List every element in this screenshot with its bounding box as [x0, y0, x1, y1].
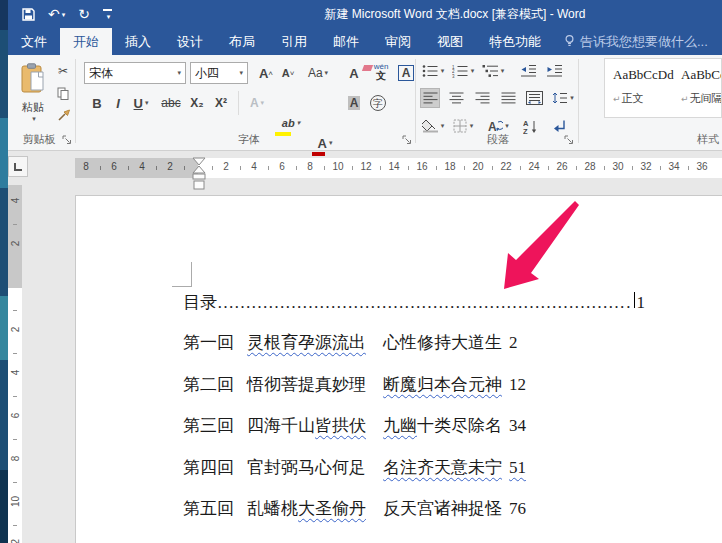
- indent-markers[interactable]: [191, 157, 207, 195]
- highlight-color-button[interactable]: ab▾: [276, 113, 306, 133]
- shrink-font-button[interactable]: A˅: [278, 63, 298, 83]
- undo-dropdown-icon[interactable]: ▾: [62, 11, 66, 18]
- chapter-label: 第四回: [183, 458, 234, 477]
- tab-review[interactable]: 审阅: [372, 28, 424, 55]
- bullets-icon: [422, 64, 439, 78]
- pilcrow-icon: ↵: [613, 94, 621, 104]
- ribbon-tabs: 文件开始插入设计布局引用邮件审阅视图特色功能: [8, 28, 554, 55]
- tab-mailings[interactable]: 邮件: [320, 28, 372, 55]
- text-effects-button[interactable]: A▾: [244, 93, 270, 113]
- subscript-button[interactable]: X₂: [186, 93, 208, 113]
- strikethrough-button[interactable]: abc: [158, 93, 184, 113]
- title-bar: ↶▾ ↻ ▾ 新建 Microsoft Word 文档.docx [兼容模式] …: [8, 0, 722, 28]
- style-name: ↵无间隔: [681, 91, 722, 106]
- character-border-button[interactable]: A: [396, 63, 416, 83]
- grow-font-button[interactable]: A˄: [256, 63, 276, 83]
- entry-page-number: 51: [509, 458, 526, 477]
- line-spacing-button[interactable]: ▾: [550, 88, 576, 108]
- distributed-icon: [526, 91, 543, 105]
- style-card-1[interactable]: AaBbCcDd↵无间隔: [673, 59, 722, 117]
- h-ruler-number: 32: [639, 161, 653, 172]
- toc-dot-leader: ……………………………………………………………………………………………………………: [217, 293, 626, 313]
- h-ruler-tick: [408, 166, 409, 170]
- font-size-combo[interactable]: 小四▾: [190, 62, 248, 84]
- tab-home[interactable]: 开始: [60, 28, 112, 55]
- customize-qat-button[interactable]: ▾: [103, 9, 112, 20]
- document-page[interactable]: [75, 195, 722, 543]
- h-ruler-tick: [604, 166, 605, 170]
- superscript-button[interactable]: X²: [210, 93, 232, 113]
- distributed-button[interactable]: [524, 88, 544, 108]
- shading-icon: [422, 119, 439, 133]
- font-dialog-launcher[interactable]: [402, 135, 413, 146]
- copy-icon: [57, 87, 69, 100]
- chapter-title-1: 四海千山皆拱伏: [247, 416, 366, 435]
- line-spacing-icon: [552, 91, 568, 105]
- underline-button[interactable]: U▾: [128, 93, 154, 113]
- paste-button[interactable]: 粘贴 ▾: [13, 59, 53, 133]
- h-ruler-number: 34: [667, 161, 681, 172]
- align-left-button[interactable]: [420, 88, 440, 108]
- bold-button[interactable]: B: [88, 93, 106, 113]
- phonetic-guide-button[interactable]: wén文: [370, 62, 392, 82]
- format-painter-button[interactable]: [54, 105, 72, 125]
- justify-button[interactable]: [498, 88, 518, 108]
- tab-references[interactable]: 引用: [268, 28, 320, 55]
- undo-button[interactable]: ↶▾: [48, 7, 65, 21]
- toc-entry-1[interactable]: 第一回灵根育孕源流出心性修持大道生2: [183, 331, 518, 354]
- toc-heading-line[interactable]: 目录 ……………………………………………………………………………………………………: [183, 291, 645, 314]
- multilevel-list-icon: [482, 64, 499, 78]
- clipboard-dialog-launcher[interactable]: [62, 135, 73, 146]
- vertical-ruler[interactable]: 4224681012: [8, 185, 22, 543]
- tab-view[interactable]: 视图: [424, 28, 476, 55]
- enclose-characters-button[interactable]: 字: [368, 93, 388, 113]
- toc-entry-2[interactable]: 第二回悟彻菩提真妙理断魔归本合元神12: [183, 373, 526, 396]
- tab-stop-selector[interactable]: [8, 156, 28, 177]
- paragraph-dialog-launcher[interactable]: [564, 135, 575, 146]
- asian-layout-icon: A: [485, 119, 503, 133]
- h-ruler-tick: [324, 166, 325, 170]
- desktop-sliver-patch: [0, 0, 8, 30]
- numbering-button[interactable]: 123▾: [450, 61, 476, 81]
- entry-page-number: 2: [509, 333, 518, 352]
- multilevel-list-button[interactable]: ▾: [480, 61, 506, 81]
- toc-entry-5[interactable]: 第五回乱蟠桃大圣偷丹反天宫诸神捉怪76: [183, 497, 526, 520]
- title-segment: 四海千山: [247, 416, 315, 435]
- entry-page-number: 34: [509, 416, 526, 435]
- tell-me-box[interactable]: 告诉我您想要做什么...: [554, 28, 708, 55]
- v-ruler-number: 10: [10, 495, 21, 509]
- character-shading-button[interactable]: A: [344, 93, 364, 113]
- copy-button[interactable]: [54, 83, 72, 103]
- italic-button[interactable]: I: [110, 93, 126, 113]
- chapter-label: 第一回: [183, 333, 234, 352]
- save-icon[interactable]: [22, 8, 35, 21]
- font-name-combo[interactable]: 宋体▾: [84, 62, 186, 84]
- svg-text:3: 3: [452, 74, 455, 79]
- bullets-button[interactable]: ▾: [420, 61, 446, 81]
- entry-page-number: 12: [509, 375, 526, 394]
- toc-entry-4[interactable]: 第四回官封弼马心何足名注齐天意未宁51: [183, 456, 526, 479]
- title-segment: 大圣偷丹: [298, 499, 366, 518]
- decrease-indent-button[interactable]: [518, 61, 538, 81]
- style-card-0[interactable]: AaBbCcDd↵正文: [605, 59, 673, 117]
- lightbulb-icon: [564, 34, 575, 50]
- change-case-button[interactable]: Aa▾: [304, 63, 332, 83]
- h-ruler-number: 8: [79, 161, 93, 172]
- tab-layout[interactable]: 布局: [216, 28, 268, 55]
- align-right-button[interactable]: [472, 88, 492, 108]
- tab-file[interactable]: 文件: [8, 28, 60, 55]
- toc-entry-3[interactable]: 第三回四海千山皆拱伏九幽十类尽除名34: [183, 414, 526, 437]
- increase-indent-button[interactable]: [544, 61, 564, 81]
- align-center-button[interactable]: [446, 88, 466, 108]
- tab-design[interactable]: 设计: [164, 28, 216, 55]
- horizontal-ruler[interactable]: 864224681012141618202224262830323436: [75, 158, 722, 178]
- redo-button[interactable]: ↻: [78, 7, 90, 21]
- cut-button[interactable]: ✂: [54, 61, 72, 81]
- clear-formatting-button[interactable]: A: [342, 63, 366, 83]
- paragraph-group-label: 段落: [418, 132, 578, 147]
- text-boundary-corner-mark: [172, 262, 192, 287]
- h-ruler-number: 12: [359, 161, 373, 172]
- tab-special-features[interactable]: 特色功能: [476, 28, 554, 55]
- tab-insert[interactable]: 插入: [112, 28, 164, 55]
- paste-dropdown-icon[interactable]: ▾: [32, 115, 36, 123]
